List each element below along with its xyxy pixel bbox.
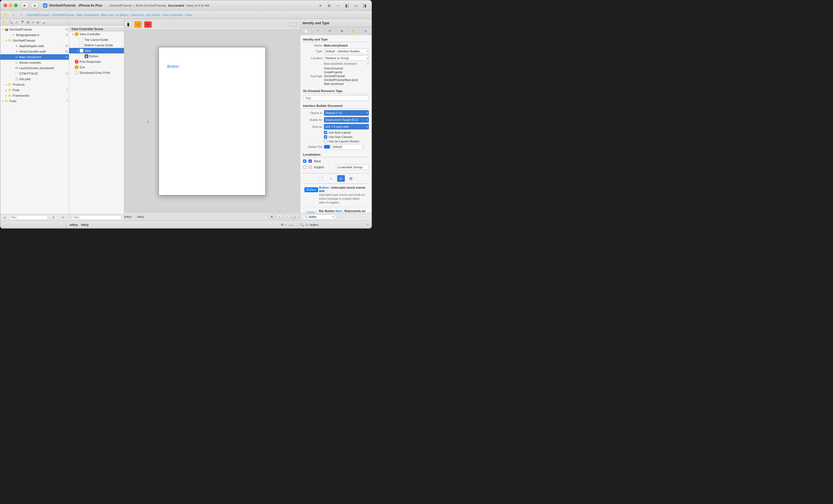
debug-toggle-button[interactable]: ▭ [352, 2, 359, 8]
scheme-selector[interactable]: GtmSwiftTutorial › iPhone 6s Plus [49, 4, 102, 7]
component-bar-item[interactable]: Item Bar Button Item - Represents an ite… [303, 207, 369, 213]
canvas-bottom-btn4[interactable]: △ [292, 214, 298, 219]
tab-identity[interactable]: 🪪 [324, 27, 336, 35]
english-checkbox[interactable] [303, 166, 306, 169]
sidebar-filter-input[interactable] [8, 215, 48, 220]
bottom-icon-file[interactable]: 📄 [317, 175, 325, 182]
tab-attributes[interactable]: ⊞ [336, 27, 348, 35]
canvas-warning-icon[interactable]: ⚠ [134, 21, 142, 28]
canvas-bottom-btn2[interactable]: ↔ [276, 214, 282, 219]
close-button[interactable] [4, 4, 7, 7]
search-icon[interactable]: 🔍 [9, 20, 13, 24]
location-icon[interactable]: 📍 [20, 20, 25, 24]
bc-vc[interactable]: View Controller [163, 13, 183, 17]
mainstoryboard-item[interactable]: SB Main.storyboard M [0, 54, 69, 60]
folder-icon[interactable]: 📁 [2, 20, 7, 24]
filter-status-clear[interactable]: ✕ [367, 223, 369, 226]
tags-input[interactable] [303, 95, 369, 101]
tab-connections[interactable]: ◎ [360, 27, 372, 35]
bc-view[interactable]: View [186, 13, 192, 17]
tab-quick-help[interactable]: ? [312, 27, 324, 35]
outline-vc[interactable]: ▾ View Controller [69, 31, 124, 37]
outline-filter-input[interactable] [71, 215, 122, 220]
viewcontroller-item[interactable]: S ViewController.swift M [0, 49, 69, 54]
outline-bottom-guide[interactable]: ▸ Bottom Layout Guide [69, 42, 124, 48]
assets-item[interactable]: 🗂 Assets.xcassets [0, 60, 69, 65]
opens-in-select[interactable]: Default (7.0) [324, 110, 369, 116]
outline-exit[interactable]: ▸ E Exit [69, 65, 124, 70]
add-file-button[interactable]: + [2, 215, 7, 220]
frameworks-folder[interactable]: 📁 Frameworks [0, 93, 69, 98]
size-btn1[interactable]: ⊞ [281, 223, 283, 226]
editor-standard-button[interactable]: ≡ [316, 2, 324, 8]
bottom-icon-clock[interactable]: ⊙ [337, 175, 345, 182]
component-button[interactable]: Button Button - Intercepts touch events … [303, 184, 369, 207]
outline-first-responder[interactable]: ▸ R First Responder [69, 59, 124, 65]
bc-base[interactable]: Main.stor...rd (Base) [101, 13, 128, 17]
size-btn3[interactable]: ↕ [289, 223, 290, 226]
project-root[interactable]: 📦 GtmSwiftTutorial M [0, 27, 69, 32]
appdelegate-item[interactable]: S AppDelegate.swift M [0, 43, 69, 49]
bc-storyboard[interactable]: Main.storyboard [77, 13, 98, 17]
filter-clear-icon[interactable]: ✕ [332, 215, 334, 218]
breakpoint-icon[interactable]: ◈ [37, 20, 39, 24]
sidebar-extra-btn1[interactable]: ⊙ [50, 215, 57, 221]
bc-folder[interactable]: GtmSwiftTutorial [52, 13, 74, 17]
nav-folder-button[interactable]: 📁 [2, 12, 9, 18]
outline-view[interactable]: ▾ View [69, 48, 124, 53]
component-filter-input[interactable] [309, 215, 331, 218]
grid-icon[interactable]: ⊞ [27, 20, 29, 24]
size-classes-checkbox[interactable] [324, 135, 327, 139]
canvas-content[interactable]: › Button [124, 30, 300, 212]
editor-assistant-button[interactable]: ⊕ [325, 2, 333, 8]
editor-version-button[interactable]: ↔ [334, 2, 342, 8]
play-button[interactable]: ▶ [21, 2, 29, 8]
navigator-toggle-button[interactable]: ◧ [343, 2, 351, 8]
tab-size[interactable]: 📐 [348, 27, 360, 35]
sidebar-extra-btn2[interactable]: ✕ [59, 215, 67, 221]
pods-child-folder[interactable]: 📁 Pods ? [0, 87, 69, 93]
english-strings-select[interactable]: Localizable Strings [336, 164, 369, 170]
gtmpt3l9z-item[interactable]: 📄 GTM-PT3L9Z A [0, 71, 69, 76]
bottom-icon-grid[interactable]: ⊞ [347, 175, 355, 182]
fullscreen-button[interactable] [14, 4, 18, 7]
fullpath-refresh-icon[interactable]: ↺ [367, 62, 369, 65]
folder-gtm[interactable]: 📁 GtmSwiftTutorial [0, 38, 69, 43]
bc-scene[interactable]: View Con...ller Scene [131, 13, 160, 17]
type-select[interactable]: Default - Interface Builder... [324, 48, 369, 54]
location-select[interactable]: Relative to Group [324, 55, 369, 61]
outline-top-guide[interactable]: ▸ Top Layout Guide [69, 37, 124, 42]
pods-root-folder[interactable]: 📁 Pods ? [0, 98, 69, 104]
products-folder[interactable]: 📁 Products [0, 82, 69, 87]
warning-icon[interactable]: ⚠ [15, 20, 18, 24]
tint-color-swatch[interactable] [324, 145, 330, 149]
builds-for-select[interactable]: Deployment Target (9.2) [324, 117, 369, 123]
outline-button[interactable]: ▸ B Button [69, 53, 124, 59]
tint-select[interactable]: Default [331, 144, 364, 149]
canvas-settings-icon[interactable]: ⊞ [144, 21, 152, 28]
canvas-icon-btn[interactable]: ⬜ [61, 222, 66, 227]
base-checkbox[interactable] [303, 160, 306, 163]
bottom-icon-circle[interactable]: ○ [327, 175, 335, 182]
infoplist-item[interactable]: 📋 Info.plist [0, 76, 69, 82]
launchscreen-item[interactable]: SB LaunchScreen.storyboard [0, 65, 69, 71]
inspector-toggle-button[interactable]: ◨ [361, 2, 368, 8]
auto-layout-checkbox[interactable] [324, 131, 327, 134]
size-btn4[interactable]: △ [291, 223, 293, 226]
minimize-button[interactable] [9, 4, 13, 7]
iphone-canvas-frame[interactable]: Button [159, 47, 266, 195]
canvas-bottom-btn3[interactable]: ↕ [284, 214, 290, 219]
canvas-iphone-icon[interactable]: 📱 [124, 21, 132, 28]
nav-forward-button[interactable]: › [18, 12, 25, 18]
report-icon[interactable]: 📊 [41, 20, 45, 24]
bridging-header-item[interactable]: H BridgingHeader.h A [0, 32, 69, 38]
launch-screen-checkbox[interactable] [324, 140, 327, 143]
history-icon[interactable]: ↩ [32, 20, 34, 24]
bc-project[interactable]: GtmSwiftTutorial [27, 13, 49, 17]
canvas-button-element[interactable]: Button [167, 64, 179, 69]
tab-file-inspector[interactable]: 📄 [300, 27, 312, 35]
size-btn2[interactable]: ↔ [285, 223, 288, 226]
canvas-bottom-btn1[interactable]: ⊞ [268, 214, 275, 219]
view-as-select[interactable]: iOS 7.0 and Later [324, 124, 369, 129]
nav-back-button[interactable]: ‹ [10, 12, 17, 18]
